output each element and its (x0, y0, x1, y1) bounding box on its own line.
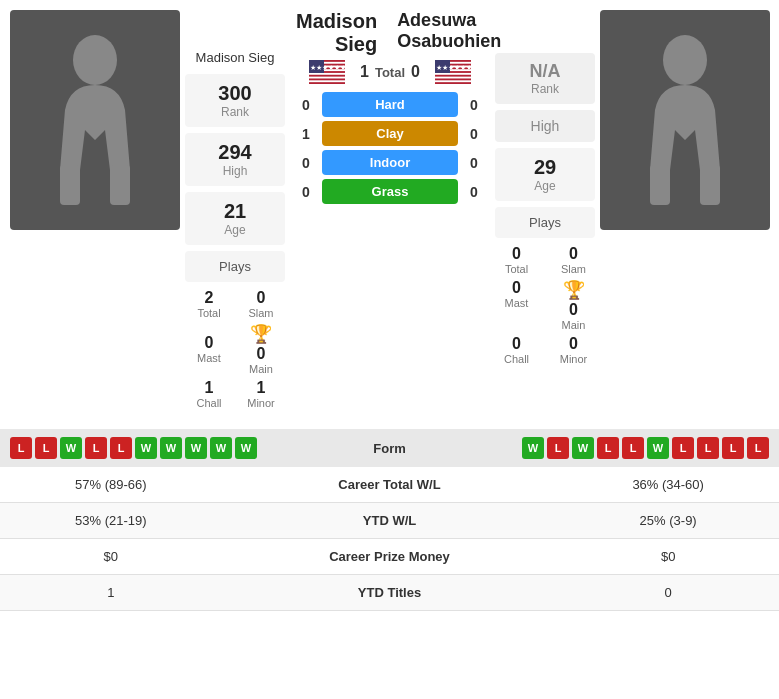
right-high-value: High (509, 118, 581, 134)
svg-rect-16 (435, 73, 471, 75)
left-age-box: 21 Age (185, 192, 285, 245)
left-high-label: High (199, 164, 271, 178)
right-total-cell: 0 Total (490, 245, 543, 275)
right-rank-value: N/A (509, 61, 581, 82)
form-right: WLWLLWLLLL (430, 437, 770, 459)
form-left-badge-7: W (185, 437, 207, 459)
right-minor-lbl: Minor (547, 353, 600, 365)
total-label: Total (375, 65, 405, 80)
surface-left-indoor: 0 (296, 155, 316, 171)
left-chall-cell: 1 Chall (185, 379, 233, 409)
right-player-info: N/A Rank High 29 Age Plays 0 Total 0 Sla… (490, 10, 600, 413)
stats-table: 57% (89-66)Career Total W/L36% (34-60)53… (0, 467, 779, 611)
form-section: LLWLLWWWWW Form WLWLLWLLLL (0, 429, 779, 467)
player-names-row: Madison Sieg Adesuwa Osabuohien (296, 10, 484, 56)
right-minor-val: 0 (547, 335, 600, 353)
left-rank-value: 300 (199, 82, 271, 105)
form-left-badge-0: L (10, 437, 32, 459)
left-player-info: Madison Sieg 300 Rank 294 High 21 Age Pl… (180, 10, 290, 413)
left-slam-val: 0 (237, 289, 285, 307)
table-row: 53% (21-19)YTD W/L25% (3-9) (0, 503, 779, 539)
surface-right-indoor: 0 (464, 155, 484, 171)
svg-rect-23 (700, 165, 720, 205)
right-age-label: Age (509, 179, 581, 193)
right-chall-lbl: Chall (490, 353, 543, 365)
form-right-badge-3: L (597, 437, 619, 459)
flags-total-row: ★★★★★★ 1 Total 0 (296, 60, 484, 84)
left-main-cell: 🏆 0 Main (237, 323, 285, 375)
form-left: LLWLLWWWWW (10, 437, 350, 459)
surface-row-hard: 0Hard0 (296, 92, 484, 117)
right-high-box: High (495, 110, 595, 142)
right-stats-grid: 0 Total 0 Slam 0 Mast 🏆 0 Main (490, 245, 600, 365)
form-right-badge-8: L (722, 437, 744, 459)
left-high-box: 294 High (185, 133, 285, 186)
form-label: Form (350, 441, 430, 456)
right-total-num: 0 (411, 63, 420, 81)
stat-label-3: YTD Titles (222, 575, 558, 611)
top-section: Madison Sieg 300 Rank 294 High 21 Age Pl… (0, 0, 779, 423)
form-left-badge-1: L (35, 437, 57, 459)
form-right-badge-6: L (672, 437, 694, 459)
form-right-badge-9: L (747, 437, 769, 459)
stat-left-1: 53% (21-19) (0, 503, 222, 539)
left-chall-lbl: Chall (185, 397, 233, 409)
right-slam-val: 0 (547, 245, 600, 263)
stat-left-2: $0 (0, 539, 222, 575)
left-plays: Plays (185, 251, 285, 282)
left-total-cell: 2 Total (185, 289, 233, 319)
right-minor-cell: 0 Minor (547, 335, 600, 365)
surface-row-clay: 1Clay0 (296, 121, 484, 146)
right-trophy-icon: 🏆 (563, 279, 585, 301)
right-total-lbl: Total (490, 263, 543, 275)
right-flag: ★★★★★★ (435, 60, 471, 84)
left-flag-area: ★★★★★★ (296, 60, 359, 84)
form-left-badge-8: W (210, 437, 232, 459)
left-mast-val: 0 (205, 334, 214, 352)
right-name-big: Adesuwa Osabuohien (387, 10, 501, 52)
svg-rect-7 (309, 73, 345, 75)
svg-rect-18 (435, 80, 471, 82)
left-age-label: Age (199, 223, 271, 237)
right-age-box: 29 Age (495, 148, 595, 201)
surface-row-grass: 0Grass0 (296, 179, 484, 204)
right-chall-cell: 0 Chall (490, 335, 543, 365)
left-flag: ★★★★★★ (309, 60, 345, 84)
stat-right-3: 0 (557, 575, 779, 611)
left-rank-label: Rank (199, 105, 271, 119)
right-plays: Plays (495, 207, 595, 238)
surface-right-hard: 0 (464, 97, 484, 113)
left-main-lbl: Main (237, 363, 285, 375)
right-player-photo (600, 10, 770, 230)
right-rank-label: Rank (509, 82, 581, 96)
surface-row-indoor: 0Indoor0 (296, 150, 484, 175)
form-right-badge-7: L (697, 437, 719, 459)
right-rank-box: N/A Rank (495, 53, 595, 104)
form-right-badge-1: L (547, 437, 569, 459)
svg-rect-17 (435, 77, 471, 79)
svg-point-21 (663, 35, 707, 85)
stat-right-0: 36% (34-60) (557, 467, 779, 503)
stat-left-3: 1 (0, 575, 222, 611)
svg-text:★★★★★★: ★★★★★★ (436, 64, 471, 71)
surface-right-clay: 0 (464, 126, 484, 142)
form-left-badge-4: L (110, 437, 132, 459)
left-high-value: 294 (199, 141, 271, 164)
table-row: 57% (89-66)Career Total W/L36% (34-60) (0, 467, 779, 503)
stat-left-0: 57% (89-66) (0, 467, 222, 503)
left-trophy-icon: 🏆 (250, 323, 272, 345)
form-right-badge-4: L (622, 437, 644, 459)
right-age-value: 29 (509, 156, 581, 179)
left-minor-val: 1 (237, 379, 285, 397)
svg-rect-8 (309, 77, 345, 79)
surface-rows: 0Hard01Clay00Indoor00Grass0 (296, 92, 484, 204)
right-slam-lbl: Slam (547, 263, 600, 275)
right-mast-lbl: Mast (490, 297, 543, 309)
svg-point-0 (73, 35, 117, 85)
svg-rect-22 (650, 165, 670, 205)
svg-rect-2 (110, 165, 130, 205)
center-col: Madison Sieg Adesuwa Osabuohien ★★ (290, 10, 490, 413)
surface-badge-hard: Hard (322, 92, 458, 117)
left-stats-grid: 2 Total 0 Slam 0 Mast 🏆 0 Main (185, 289, 285, 409)
right-main-val: 0 (547, 301, 600, 319)
